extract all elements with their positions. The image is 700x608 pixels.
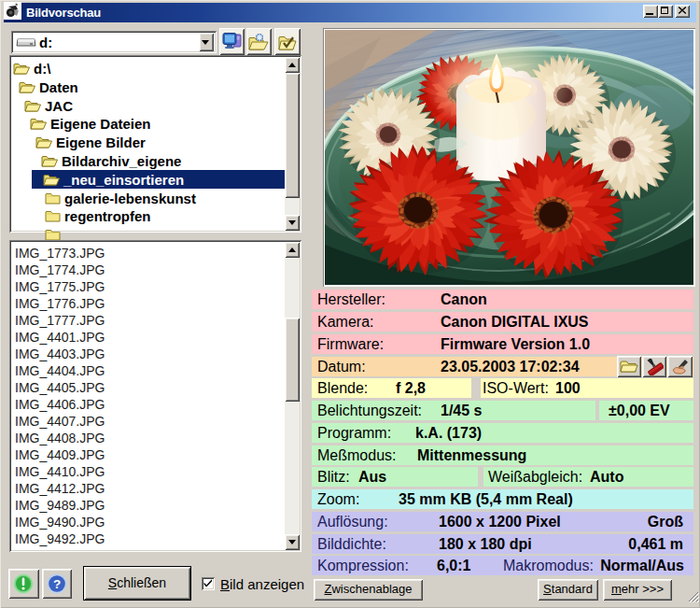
svg-text:?: ? [53, 577, 61, 591]
